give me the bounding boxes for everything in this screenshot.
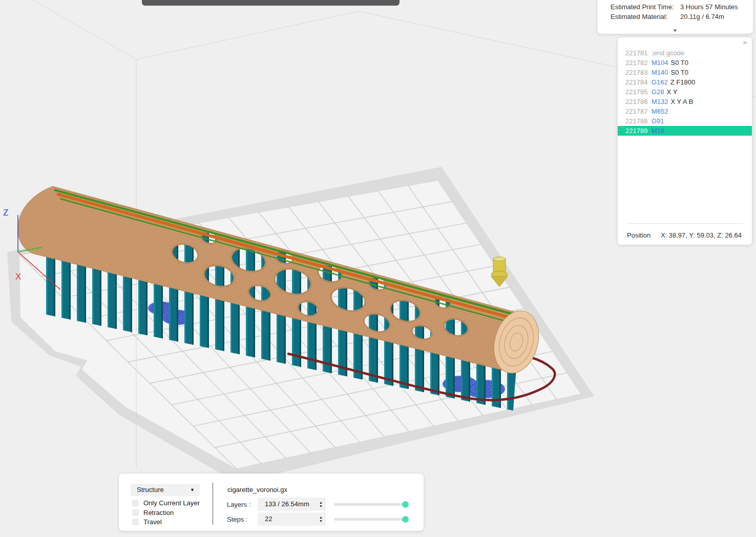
slider-knob[interactable] bbox=[402, 501, 409, 508]
gcode-line-list: 221781 ;end gcode 221782 M104 S0 T0 2217… bbox=[618, 48, 752, 136]
slider-track[interactable] bbox=[334, 518, 409, 521]
gcode-line-number: 221784 bbox=[625, 77, 648, 87]
print-time-label: Estimated Print Time: bbox=[611, 2, 680, 12]
gcode-args: S0 T0 bbox=[671, 68, 688, 77]
layers-label: Layers : bbox=[227, 501, 250, 508]
gcode-panel: » 221781 ;end gcode 221782 M104 S0 T0 22… bbox=[618, 37, 752, 245]
checkbox-icon[interactable] bbox=[132, 500, 139, 506]
gcode-line-number: 221781 bbox=[625, 48, 648, 58]
gcode-command: M652 bbox=[652, 106, 668, 116]
material-value: 20.11g / 6.74m bbox=[680, 12, 724, 22]
stepper-down-icon[interactable]: ▼ bbox=[319, 504, 323, 508]
stepper-up-icon[interactable]: ▲ bbox=[319, 501, 323, 504]
collapse-arrow-icon[interactable]: ▼ bbox=[673, 28, 678, 33]
slider-knob[interactable] bbox=[402, 516, 409, 523]
structure-dropdown-value: Structure bbox=[137, 486, 164, 493]
checkbox-label: Retraction bbox=[143, 509, 174, 517]
gcode-command: G28 bbox=[652, 87, 664, 97]
gcode-line[interactable]: 221782 M104 S0 T0 bbox=[618, 58, 752, 68]
checkbox-icon[interactable] bbox=[132, 509, 139, 516]
gcode-line-number: 221785 bbox=[625, 87, 648, 97]
steps-value: 22 bbox=[265, 515, 272, 523]
gcode-line-number: 221787 bbox=[625, 106, 648, 116]
collapsed-toolbar[interactable] bbox=[142, 0, 400, 6]
checkbox-icon[interactable] bbox=[132, 519, 139, 525]
gcode-command: M18 bbox=[652, 126, 664, 136]
gcode-command: G91 bbox=[652, 116, 664, 126]
divider bbox=[213, 483, 213, 525]
layers-slider[interactable] bbox=[334, 498, 409, 511]
steps-slider[interactable] bbox=[334, 512, 409, 526]
structure-dropdown[interactable]: Structure ▼ bbox=[131, 484, 200, 496]
steps-stepper[interactable]: ▲ ▼ bbox=[319, 512, 323, 526]
divider bbox=[627, 223, 743, 224]
gcode-args: X Y bbox=[667, 87, 678, 97]
gcode-command: M132 bbox=[652, 97, 668, 106]
layers-stepper[interactable]: ▲ ▼ bbox=[319, 498, 323, 511]
layers-value: 133 / 26.54mm bbox=[265, 500, 309, 508]
checkbox-travel[interactable]: Travel bbox=[132, 518, 162, 526]
gcode-args: X Y A B bbox=[671, 97, 694, 106]
preview-control-panel: Structure ▼ Only Current Layer Retractio… bbox=[119, 474, 424, 531]
chevron-down-icon: ▼ bbox=[190, 484, 195, 496]
print-time-value: 3 Hours 57 Minutes bbox=[680, 2, 738, 12]
steps-input[interactable]: 22 ▲ ▼ bbox=[258, 512, 326, 526]
position-value: X: 38.97, Y: 59.03, Z: 26.64 bbox=[661, 231, 742, 239]
layers-input[interactable]: 133 / 26.54mm ▲ ▼ bbox=[258, 498, 326, 511]
expand-panel-icon[interactable]: » bbox=[743, 38, 747, 46]
position-label: Position bbox=[627, 231, 650, 239]
gcode-line[interactable]: 221785 G28 X Y bbox=[618, 87, 752, 97]
gcode-line-number: 221782 bbox=[625, 58, 648, 68]
stepper-down-icon[interactable]: ▼ bbox=[319, 519, 323, 523]
gcode-command: G162 bbox=[652, 77, 668, 87]
gcode-line-highlighted[interactable]: 221789 M18 bbox=[618, 126, 752, 136]
gcode-line[interactable]: 221786 M132 X Y A B bbox=[618, 97, 752, 106]
checkbox-label: Travel bbox=[143, 518, 162, 526]
gcode-command: M140 bbox=[652, 68, 668, 77]
print-info-panel: Estimated Print Time: 3 Hours 57 Minutes… bbox=[597, 0, 753, 34]
steps-label: Steps : bbox=[227, 515, 247, 523]
checkbox-only-current-layer[interactable]: Only Current Layer bbox=[132, 499, 200, 507]
gcode-line-number: 221788 bbox=[625, 116, 648, 126]
gcode-args: Z F1800 bbox=[670, 77, 695, 87]
gcode-line-number: 221786 bbox=[625, 97, 648, 106]
gcode-line[interactable]: 221781 ;end gcode bbox=[618, 48, 752, 58]
gcode-line[interactable]: 221787 M652 bbox=[618, 106, 752, 116]
gcode-line-number: 221783 bbox=[625, 68, 648, 77]
gcode-args: S0 T0 bbox=[671, 58, 688, 68]
stepper-up-icon[interactable]: ▲ bbox=[319, 515, 323, 519]
gcode-line[interactable]: 221783 M140 S0 T0 bbox=[618, 68, 752, 77]
slider-track[interactable] bbox=[334, 503, 409, 506]
material-label: Estimated Material: bbox=[611, 12, 680, 22]
svg-text:Z: Z bbox=[3, 208, 8, 218]
gcode-command: M104 bbox=[652, 58, 668, 68]
model-filename: cigarette_voronoi.gx bbox=[227, 486, 287, 493]
gcode-line-number: 221789 bbox=[625, 126, 648, 136]
checkbox-label: Only Current Layer bbox=[143, 499, 200, 507]
checkbox-retraction[interactable]: Retraction bbox=[132, 508, 174, 517]
gcode-line[interactable]: 221784 G162 Z F1800 bbox=[618, 77, 752, 87]
gcode-line[interactable]: 221788 G91 bbox=[618, 116, 752, 126]
svg-text:X: X bbox=[15, 272, 21, 282]
gcode-command: ;end gcode bbox=[652, 48, 684, 58]
